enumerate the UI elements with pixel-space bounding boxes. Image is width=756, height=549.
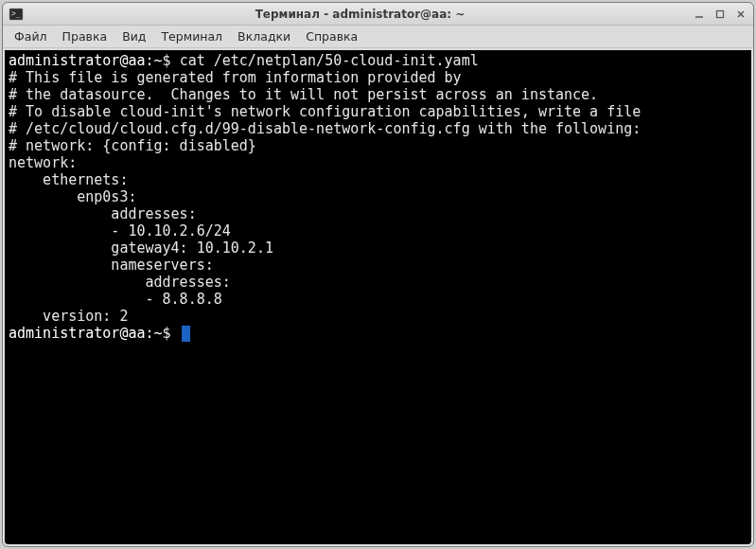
menubar: Файл Правка Вид Терминал Вкладки Справка [3, 26, 753, 48]
window-title: Терминал - administrator@aa: ~ [27, 8, 693, 21]
prompt-sep: : [146, 325, 154, 342]
prompt-userhost: administrator@aa [9, 325, 146, 342]
output-line: network: [9, 154, 747, 171]
prompt-dollar: $ [163, 325, 171, 342]
svg-text:>_: >_ [11, 9, 21, 18]
output-line: addresses: [9, 274, 747, 291]
prompt-line: administrator@aa:~$ [9, 325, 747, 342]
close-button[interactable] [734, 8, 747, 21]
command-text: cat /etc/netplan/50-cloud-init.yaml [180, 52, 479, 69]
prompt-line: administrator@aa:~$ cat /etc/netplan/50-… [9, 52, 747, 69]
menu-help[interactable]: Справка [298, 27, 365, 46]
maximize-button[interactable] [713, 8, 727, 21]
output-line: addresses: [9, 205, 747, 222]
output-line: enp0s3: [9, 188, 747, 205]
app-icon: >_ [9, 7, 24, 22]
window-controls [693, 8, 747, 21]
output-line: gateway4: 10.10.2.1 [9, 239, 747, 257]
terminal-window: >_ Терминал - administrator@aa: ~ Файл П… [2, 2, 754, 547]
svg-rect-3 [717, 10, 724, 17]
menu-tabs[interactable]: Вкладки [230, 27, 298, 46]
terminal-viewport[interactable]: administrator@aa:~$ cat /etc/netplan/50-… [5, 50, 751, 544]
titlebar[interactable]: >_ Терминал - administrator@aa: ~ [3, 3, 753, 26]
menu-view[interactable]: Вид [114, 27, 153, 46]
output-line: ethernets: [9, 171, 747, 188]
output-line: version: 2 [9, 308, 747, 325]
menu-file[interactable]: Файл [7, 27, 55, 46]
prompt-path: ~ [154, 52, 163, 69]
menu-terminal[interactable]: Терминал [153, 27, 230, 46]
output-line: - 8.8.8.8 [9, 291, 747, 308]
prompt-dollar: $ [163, 52, 171, 69]
cursor [182, 326, 190, 342]
prompt-path: ~ [154, 325, 163, 342]
minimize-button[interactable] [693, 8, 706, 21]
output-line: # the datasource. Changes to it will not… [9, 86, 747, 103]
output-line: # /etc/cloud/cloud.cfg.d/99-disable-netw… [9, 120, 747, 137]
menu-edit[interactable]: Правка [55, 27, 115, 46]
prompt-sep: : [146, 52, 154, 69]
prompt-userhost: administrator@aa [9, 52, 146, 69]
output-line: # network: {config: disabled} [9, 137, 747, 154]
output-line: # This file is generated from informatio… [9, 69, 747, 86]
output-line: nameservers: [9, 257, 747, 274]
output-line: - 10.10.2.6/24 [9, 222, 747, 239]
output-line: # To disable cloud-init's network config… [9, 103, 747, 120]
